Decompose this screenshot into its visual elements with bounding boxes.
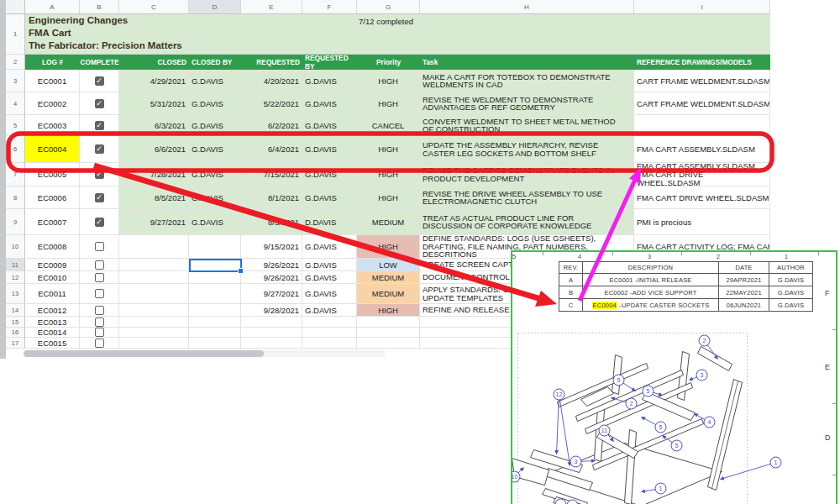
cell-requested_by[interactable]: G.DAVIS <box>302 163 357 186</box>
cell-log[interactable]: EC0009 <box>25 259 80 271</box>
cell-priority[interactable]: HIGH <box>357 70 420 92</box>
cell-task[interactable]: MAKE A CART FOR TOTEBOX TO DEMONSTRATE W… <box>420 70 634 92</box>
column-header-5[interactable]: F <box>302 0 357 14</box>
cell-requested[interactable]: 4/20/2021 <box>241 70 302 92</box>
checkbox-checked[interactable]: ✓ <box>95 218 104 227</box>
checkbox-unchecked[interactable] <box>95 289 104 298</box>
cell-log[interactable]: EC0011 <box>25 284 80 304</box>
cell-priority[interactable]: HIGH <box>357 304 420 317</box>
cell-closed[interactable] <box>119 271 189 284</box>
cell-requested_by[interactable] <box>302 328 357 338</box>
cell-complete[interactable] <box>80 317 119 328</box>
row-header-12[interactable]: 12 <box>6 271 25 284</box>
cell-closed_by[interactable] <box>189 235 241 259</box>
cell-requested_by[interactable]: G.DAVIS <box>302 115 357 136</box>
cell-task[interactable]: TREAT AS ACTUAL PRODUCT LINE FOR DISCUSS… <box>420 209 634 235</box>
row-header-4[interactable]: 4 <box>6 92 25 115</box>
cell-priority[interactable]: CANCEL <box>357 115 420 136</box>
cell-priority[interactable]: HIGH <box>357 136 420 163</box>
row-header-3[interactable]: 3 <box>6 70 25 92</box>
cell-closed_by[interactable]: G.DAVIS <box>189 163 241 186</box>
cell-priority[interactable]: MEDIUM <box>357 284 420 304</box>
row-header-9[interactable]: 9 <box>6 209 25 235</box>
cell-task[interactable]: REVISE THE WELDMENT TO DEMONSTRATE ADVAN… <box>420 92 634 115</box>
cell-requested_by[interactable] <box>302 338 357 349</box>
cell-closed[interactable] <box>119 328 189 338</box>
cell-requested_by[interactable]: D.DAVIS <box>302 209 357 235</box>
cell-complete[interactable]: ✓ <box>80 115 119 136</box>
horizontal-scrollbar[interactable] <box>24 350 385 357</box>
scrollbar-thumb[interactable] <box>24 350 264 357</box>
cell-closed[interactable] <box>119 235 189 259</box>
cell-closed_by[interactable] <box>189 338 241 349</box>
column-header-0[interactable]: A <box>25 0 80 14</box>
column-header-7[interactable]: H <box>420 0 634 14</box>
cell-closed[interactable] <box>119 338 189 349</box>
cell-requested[interactable]: 9/28/2021 <box>241 304 302 317</box>
cell-requested[interactable]: 9/15/2021 <box>241 235 302 259</box>
checkbox-checked[interactable]: ✓ <box>95 170 104 179</box>
cell-log[interactable]: EC0006 <box>25 186 80 209</box>
row-header-14[interactable]: 14 <box>6 304 25 317</box>
checkbox-checked[interactable]: ✓ <box>95 193 104 202</box>
row-header-17[interactable]: 17 <box>6 338 25 349</box>
cell-task[interactable]: REVISE THE CART TO DEMONSTRATE EVENTS IN… <box>420 163 634 186</box>
checkbox-unchecked[interactable] <box>95 242 104 251</box>
checkbox-checked[interactable]: ✓ <box>95 99 104 108</box>
row-header-10[interactable]: 10 <box>6 235 25 259</box>
cell-priority[interactable]: LOW <box>357 259 420 271</box>
select-all-corner[interactable] <box>6 0 25 14</box>
cell-closed_by[interactable]: G.DAVIS <box>189 92 241 115</box>
cell-priority[interactable]: MEDIUM <box>357 209 420 235</box>
cell-requested_by[interactable] <box>302 317 357 328</box>
cell-log[interactable]: EC0013 <box>25 317 80 328</box>
cell-complete[interactable] <box>80 338 119 349</box>
checkbox-unchecked[interactable] <box>95 273 104 282</box>
cell-log[interactable]: EC0007 <box>25 209 80 235</box>
cell-reference[interactable]: PMI is precious <box>634 209 770 235</box>
cell-log[interactable]: EC0012 <box>25 304 80 317</box>
cell-closed_by[interactable]: G.DAVIS <box>189 186 241 209</box>
cell-requested_by[interactable]: G.DAVIS <box>302 304 357 317</box>
cell-requested_by[interactable]: G.DAVIS <box>302 186 357 209</box>
cell-closed_by[interactable] <box>189 328 241 338</box>
cell-priority[interactable] <box>357 317 420 328</box>
cell-reference[interactable]: FMA CART DRIVE WHEEL.SLDASM <box>634 186 770 209</box>
cell-priority[interactable]: HIGH <box>357 186 420 209</box>
cell-complete[interactable]: ✓ <box>80 70 119 92</box>
row-header-8[interactable]: 8 <box>6 186 25 209</box>
cell-closed_by[interactable]: G.DAVIS <box>189 115 241 136</box>
column-header-4[interactable]: E <box>241 0 302 14</box>
cell-requested_by[interactable]: G.DAVIS <box>302 70 357 92</box>
cell-requested[interactable] <box>241 328 302 338</box>
cell-priority[interactable] <box>357 338 420 349</box>
cell-requested_by[interactable]: G.DAVIS <box>302 136 357 163</box>
cell-priority[interactable]: MEDIUM <box>357 271 420 284</box>
row-header-7[interactable]: 7 <box>6 163 25 186</box>
cell-closed[interactable]: 9/27/2021 <box>119 209 189 235</box>
column-header-3[interactable]: D <box>189 0 241 14</box>
cell-complete[interactable] <box>80 271 119 284</box>
cell-log[interactable]: EC0003 <box>25 115 80 136</box>
checkbox-unchecked[interactable] <box>95 306 104 315</box>
cell-closed_by[interactable] <box>189 284 241 304</box>
cell-requested_by[interactable]: G.DAVIS <box>302 271 357 284</box>
cell-requested_by[interactable]: G.DAVIS <box>302 259 357 271</box>
cell-closed_by[interactable] <box>189 271 241 284</box>
column-header-2[interactable]: C <box>119 0 189 14</box>
cell-requested[interactable]: 8/1/2021 <box>241 186 302 209</box>
cell-log[interactable]: EC0010 <box>25 271 80 284</box>
column-header-8[interactable]: I <box>634 0 770 14</box>
cell-closed[interactable] <box>119 317 189 328</box>
cell-closed[interactable]: 6/6/2021 <box>119 136 189 163</box>
cell-closed[interactable] <box>119 304 189 317</box>
cell-complete[interactable]: ✓ <box>80 163 119 186</box>
cell-closed[interactable]: 7/28/2021 <box>119 163 189 186</box>
cell-reference[interactable]: CART FRAME WELDMENT.SLDASM <box>634 70 770 92</box>
checkbox-checked[interactable]: ✓ <box>95 121 104 130</box>
cell-complete[interactable]: ✓ <box>80 186 119 209</box>
cell-priority[interactable]: HIGH <box>357 163 420 186</box>
checkbox-checked[interactable]: ✓ <box>95 144 104 154</box>
cell-log[interactable]: EC0004 <box>25 136 80 163</box>
cell-reference[interactable]: FMA CART ASSEMBLY.SLDASM <box>634 136 770 163</box>
